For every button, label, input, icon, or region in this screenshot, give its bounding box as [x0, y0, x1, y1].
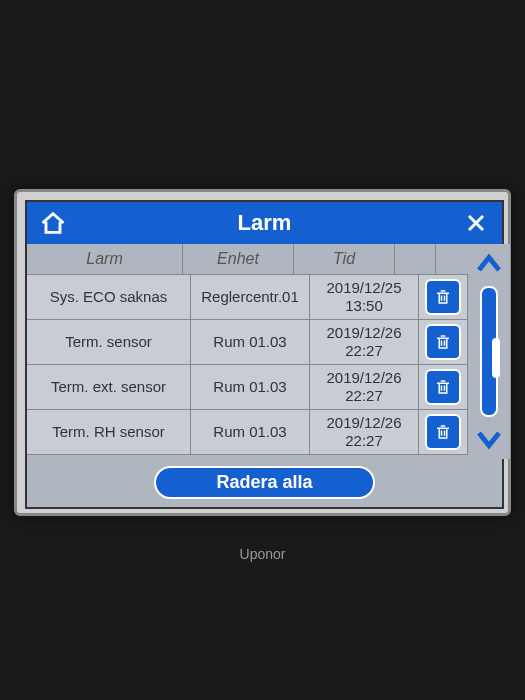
alarm-time: 2019/12/25 13:50 [310, 275, 419, 319]
alarm-date-text: 2019/12/26 [326, 369, 401, 387]
alarm-time: 2019/12/26 22:27 [310, 365, 419, 409]
alarm-date-text: 2019/12/25 [326, 279, 401, 297]
alarm-unit: Reglercentr.01 [191, 275, 310, 319]
delete-alarm-button[interactable] [425, 369, 461, 405]
alarm-name: Term. ext. sensor [27, 365, 191, 409]
table-row: Term. ext. sensor Rum 01.03 2019/12/26 2… [27, 365, 468, 410]
delete-alarm-button[interactable] [425, 279, 461, 315]
alarm-name: Sys. ECO saknas [27, 275, 191, 319]
brand-label: Uponor [14, 546, 511, 562]
alarm-table: Larm Enhet Tid Sys. ECO saknas Reglercen… [27, 244, 468, 459]
scroll-up-button[interactable] [472, 248, 506, 282]
close-icon[interactable] [460, 207, 492, 239]
alarm-time: 2019/12/26 22:27 [310, 320, 419, 364]
alarm-time-text: 22:27 [345, 342, 383, 360]
col-header-delete [395, 244, 436, 274]
col-header-unit: Enhet [183, 244, 294, 274]
table-row: Sys. ECO saknas Reglercentr.01 2019/12/2… [27, 275, 468, 320]
alarm-time-text: 22:27 [345, 387, 383, 405]
table-row: Term. RH sensor Rum 01.03 2019/12/26 22:… [27, 410, 468, 455]
col-header-time: Tid [294, 244, 395, 274]
page-title: Larm [69, 210, 460, 236]
delete-alarm-button[interactable] [425, 414, 461, 450]
alarm-name: Term. sensor [27, 320, 191, 364]
scroll-track[interactable] [480, 286, 498, 417]
col-header-alarm: Larm [27, 244, 183, 274]
alarm-date-text: 2019/12/26 [326, 414, 401, 432]
alarm-unit: Rum 01.03 [191, 410, 310, 454]
header-bar: Larm [27, 202, 502, 244]
alarm-time-text: 22:27 [345, 432, 383, 450]
alarm-unit: Rum 01.03 [191, 365, 310, 409]
footer: Radera alla [27, 459, 502, 507]
scrollbar [468, 244, 510, 459]
content-area: Larm Enhet Tid Sys. ECO saknas Reglercen… [27, 244, 502, 507]
alarm-time-text: 13:50 [345, 297, 383, 315]
alarm-unit: Rum 01.03 [191, 320, 310, 364]
table-row: Term. sensor Rum 01.03 2019/12/26 22:27 [27, 320, 468, 365]
scroll-down-button[interactable] [472, 421, 506, 455]
screen: Larm Larm Enhet Tid Sys. ECO saknas [25, 200, 504, 509]
table-header: Larm Enhet Tid [27, 244, 468, 275]
alarm-name: Term. RH sensor [27, 410, 191, 454]
alarm-time: 2019/12/26 22:27 [310, 410, 419, 454]
delete-all-button[interactable]: Radera alla [154, 466, 374, 499]
scroll-thumb[interactable] [492, 338, 500, 378]
alarm-date-text: 2019/12/26 [326, 324, 401, 342]
delete-alarm-button[interactable] [425, 324, 461, 360]
home-icon[interactable] [37, 207, 69, 239]
